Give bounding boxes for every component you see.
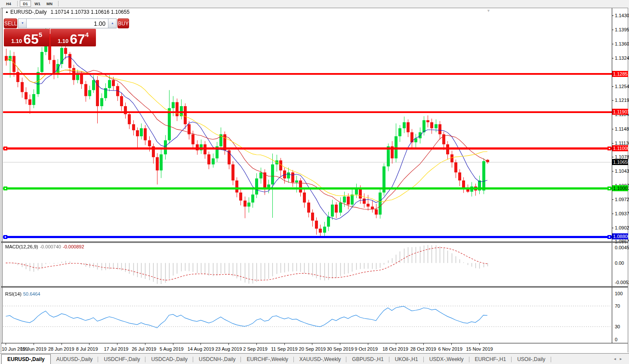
- sell-price-pip: 5: [39, 31, 42, 38]
- macd-axis-min: -0.005205: [615, 280, 629, 285]
- pane-separator[interactable]: [1, 286, 628, 288]
- date-axis-tickmark: [451, 343, 452, 345]
- date-axis-tickmark: [256, 343, 257, 345]
- date-axis-tickmark: [117, 343, 117, 345]
- chart-tab-usdcnh-daily[interactable]: USDCNH-,Daily: [193, 355, 241, 364]
- chart-symbol-label: EURUSD-,Daily: [10, 9, 47, 15]
- buy-price-big: 67: [70, 34, 85, 45]
- macd-label: MACD(12,26,9)-0.000740-0.000892: [5, 244, 84, 249]
- volume-spinner: ▼ ▲: [18, 18, 117, 28]
- chart-shift-marker-icon[interactable]: ▼: [487, 9, 490, 13]
- buy-price-panel[interactable]: 1.10 67 4: [50, 29, 96, 46]
- price-axis-tickmark: [612, 143, 614, 144]
- macd-main-value: -0.000740: [40, 244, 61, 249]
- macd-indicator-canvas[interactable]: [3, 243, 612, 285]
- date-axis-label: 6 Nov 2019: [438, 346, 462, 352]
- price-axis-tickmark: [612, 214, 614, 214]
- date-axis-label: 2 Sep 2019: [243, 346, 267, 352]
- date-axis-tickmark: [200, 343, 201, 345]
- macd-signal-value: -0.000892: [63, 244, 84, 249]
- chart-tab-usdchf-daily[interactable]: USDCHF-,Daily: [98, 355, 145, 364]
- sell-price-prefix: 1.10: [11, 38, 22, 45]
- date-axis-label: 9 Oct 2019: [355, 346, 378, 352]
- price-axis-tickmark: [612, 44, 614, 44]
- date-axis-label: 15 Nov 2019: [466, 346, 493, 352]
- pane-separator[interactable]: [1, 242, 628, 243]
- date-axis-tickmark: [396, 343, 396, 345]
- rsi-label: RSI(14)50.6464: [5, 291, 40, 297]
- buy-button[interactable]: BUY: [117, 18, 129, 28]
- price-axis-tick-label: 1.13240: [615, 55, 629, 61]
- chart-tab-eurchf-weekly[interactable]: EURCHF-,Weekly: [241, 355, 293, 364]
- volume-increase-button[interactable]: ▲: [108, 19, 116, 28]
- tab-scroll-left-icon[interactable]: ◄: [613, 357, 619, 361]
- chart-tab-ukoil-h1[interactable]: UKOil-,H1: [389, 355, 424, 364]
- chart-tab-usoil-daily[interactable]: USOil-,Daily: [512, 355, 551, 364]
- date-axis-tickmark: [89, 343, 89, 345]
- price-axis-badge-1-11901[interactable]: 1.11901: [612, 109, 628, 115]
- price-axis-tickmark: [612, 100, 614, 101]
- timeframe-button-h4[interactable]: H4: [3, 0, 14, 7]
- date-axis-label: 18 Oct 2019: [382, 346, 408, 352]
- date-axis-tickmark: [284, 343, 285, 345]
- chart-tab-audusd-daily[interactable]: AUDUSD-,Daily: [51, 355, 99, 364]
- date-axis-label: 19 Jun 2019: [20, 346, 46, 352]
- date-axis-label: 28 Jun 2019: [48, 346, 74, 352]
- sell-button[interactable]: SELL: [4, 18, 17, 28]
- price-axis-tick-label: 1.10430: [615, 168, 629, 174]
- price-axis-tickmark: [612, 199, 614, 200]
- date-axis-tickmark: [34, 343, 34, 345]
- price-axis-tick-label: 1.09720: [615, 197, 629, 202]
- price-axis-tick-label: 1.11480: [615, 126, 629, 132]
- timeframe-button-w1[interactable]: W1: [32, 0, 43, 7]
- chart-ohlc-values: 1.10714 1.10733 1.10616 1.10655: [51, 9, 130, 15]
- date-axis-tickmark: [145, 343, 145, 345]
- price-axis-tickmark: [612, 129, 614, 129]
- chart-tab-eurusd-daily[interactable]: EURUSD-,Daily: [1, 354, 51, 364]
- rsi-indicator-canvas[interactable]: [3, 291, 612, 342]
- price-axis-tick-label: 1.09370: [615, 211, 629, 216]
- date-axis-label: 11 Sep 2019: [271, 346, 298, 352]
- date-axis-label: 17 Jul 2019: [104, 346, 129, 352]
- date-axis-label: 8 Jul 2019: [76, 346, 98, 352]
- price-axis-tickmark: [612, 15, 614, 16]
- date-axis[interactable]: 10 Jun 201919 Jun 201928 Jun 20198 Jul 2…: [1, 343, 628, 353]
- timeframe-toolbar: H4D1W1MN: [0, 0, 629, 7]
- date-axis-tickmark: [62, 343, 62, 345]
- tab-scroll-right-icon[interactable]: ►: [619, 357, 625, 361]
- chart-tab-eurchf-h1[interactable]: EURCHF-,H1: [469, 355, 512, 364]
- date-axis-label: 30 Sep 2019: [327, 346, 354, 352]
- one-click-trading-panel: SELL ▼ ▲ BUY 1.10 65 5 1.10 67 4: [4, 18, 96, 46]
- volume-decrease-button[interactable]: ▼: [18, 19, 27, 28]
- date-axis-tickmark: [312, 343, 312, 345]
- chart-tab-usdcad-daily[interactable]: USDCAD-,Daily: [145, 355, 193, 364]
- price-axis-tick-label: 1.13600: [615, 41, 629, 46]
- chart-tab-xauusd-weekly[interactable]: XAUUSD-,Weekly: [294, 355, 346, 364]
- price-axis-tick-label: 1.12540: [615, 84, 629, 89]
- price-axis-badge-1-08800[interactable]: 1.08800: [612, 233, 628, 239]
- price-axis-tickmark: [612, 171, 614, 171]
- chart-tab-usdx-weekly[interactable]: USDX-,Weekly: [424, 355, 469, 364]
- price-axis-badge-1-12851[interactable]: 1.12851: [612, 71, 628, 77]
- price-axis-tick-label: 1.12190: [615, 98, 629, 103]
- date-axis-tickmark: [423, 343, 424, 345]
- date-axis-tickmark: [228, 343, 229, 345]
- price-axis-badge-1-10003[interactable]: 1.10003: [612, 185, 628, 191]
- collapse-arrow-icon: ▲: [5, 10, 9, 14]
- volume-input[interactable]: [27, 19, 108, 28]
- timeframe-button-d1[interactable]: D1: [20, 0, 31, 7]
- timeframe-button-mn[interactable]: MN: [44, 0, 55, 7]
- price-axis-tickmark: [612, 30, 614, 30]
- price-chart-canvas[interactable]: [3, 13, 612, 241]
- date-axis-label: 23 Aug 2019: [216, 346, 242, 352]
- price-axis-tickmark: [612, 157, 614, 157]
- sell-price-big: 65: [23, 34, 39, 45]
- chart-title: ▲EURUSD-,Daily1.10714 1.10733 1.10616 1.…: [5, 9, 130, 15]
- price-axis-badge-1-11000[interactable]: 1.11000: [612, 145, 628, 151]
- price-axis-tick-label: 1.14300: [615, 13, 629, 18]
- rsi-value: 50.6464: [23, 291, 40, 297]
- sell-price-panel[interactable]: 1.10 65 5: [4, 29, 49, 46]
- price-axis-tickmark: [612, 228, 614, 228]
- chart-tab-gbpusd-h1[interactable]: GBPUSD-,H1: [346, 355, 389, 364]
- price-axis-tickmark: [612, 86, 614, 87]
